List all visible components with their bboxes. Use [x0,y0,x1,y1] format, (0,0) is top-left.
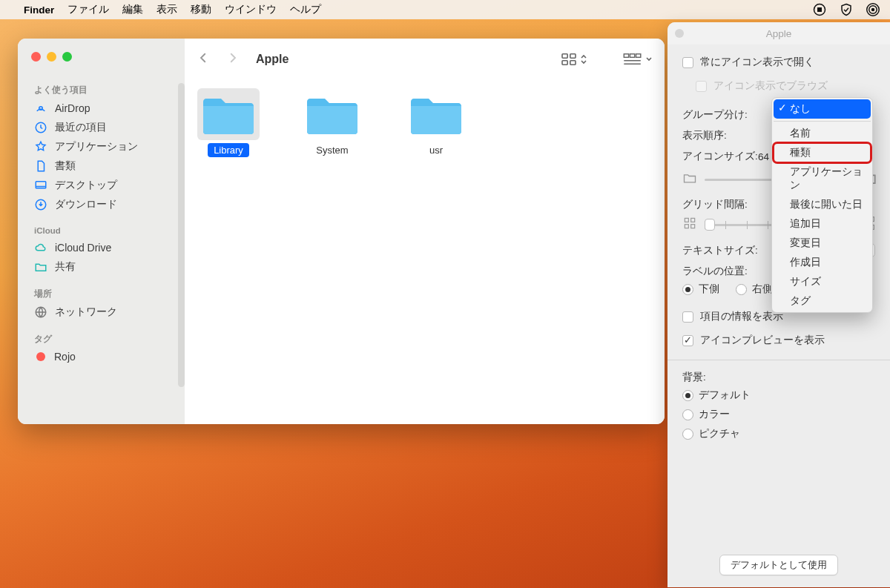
svg-rect-11 [570,53,576,57]
svg-rect-14 [624,53,628,57]
folder-icon [200,91,257,137]
radio-bg-color[interactable]: カラー [682,408,875,421]
svg-rect-15 [630,53,634,57]
sidebar-item-applications[interactable]: アプリケーション [18,137,185,156]
sidebar-section-tags: タグ [18,329,185,348]
desktop-icon [34,179,47,192]
dropdown-option[interactable]: タグ [774,291,871,311]
dropdown-option[interactable]: 追加日 [774,214,871,234]
folder-label: System [310,143,354,157]
label-browse-icon: アイコン表示でブラウズ [713,79,828,93]
broadcast-icon[interactable] [866,3,880,16]
window-minimize-button[interactable] [47,52,56,62]
panel-header: Apple [668,22,890,44]
folder-item[interactable]: Library [195,88,262,157]
window-title: Apple [256,53,289,66]
folder-item[interactable]: usr [403,88,469,157]
window-close-button[interactable] [31,52,41,62]
panel-title: Apple [766,28,792,39]
sidebar-item-icloud-drive[interactable]: iCloud Drive [18,238,185,257]
radio-bg-picture[interactable]: ピクチャ [682,427,875,440]
svg-rect-13 [570,60,576,64]
sidebar-item-tag-rojo[interactable]: Rojo [18,348,185,366]
clock-icon [34,121,47,134]
document-icon [34,159,47,173]
radio-label-right[interactable]: 右側 [736,283,773,296]
dropdown-option[interactable]: アプリケーション [774,162,871,195]
checkbox-show-preview[interactable] [682,335,693,346]
download-icon [34,198,47,211]
dropdown-option[interactable]: なし [774,99,871,119]
checkbox-always-icon[interactable] [682,57,693,68]
menu-file[interactable]: ファイル [67,3,109,16]
sidebar-item-label: iCloud Drive [55,242,111,254]
shield-check-icon[interactable] [840,3,853,16]
sidebar-item-label: 書類 [55,159,76,173]
sidebar-item-downloads[interactable]: ダウンロード [18,195,185,214]
sidebar-item-airdrop[interactable]: AirDrop [18,99,185,118]
radio-bg-default[interactable]: デフォルト [682,389,875,402]
cloud-icon [34,241,47,254]
chevron-updown-icon [580,54,587,65]
svg-rect-10 [562,53,567,57]
tag-dot-icon [36,352,45,361]
use-as-defaults-button[interactable]: デフォルトとして使用 [719,555,838,575]
menu-window[interactable]: ウインドウ [225,3,277,16]
dropdown-option[interactable]: サイズ [774,272,871,291]
svg-point-2 [871,8,875,12]
dropdown-option[interactable]: 作成日 [774,253,871,272]
menu-edit[interactable]: 編集 [122,3,143,16]
dropdown-option[interactable]: 種類 [774,143,871,162]
sidebar-section-locations: 場所 [18,284,185,303]
radio-label-below[interactable]: 下側 [682,283,719,296]
panel-close-button[interactable] [675,29,684,38]
traffic-lights [31,52,72,62]
dropdown-option[interactable]: 最後に開いた日 [774,195,871,214]
file-grid: LibrarySystemusr [185,79,665,424]
sidebar-section-icloud: iCloud [18,222,185,238]
menu-view[interactable]: 表示 [156,3,177,16]
label-always-icon: 常にアイコン表示で開く [700,56,814,69]
label-sort-by: 表示順序: [682,129,758,142]
svg-rect-12 [562,60,567,64]
svg-rect-19 [685,225,688,228]
group-button[interactable] [623,53,653,66]
sidebar-item-label: Rojo [54,351,76,363]
svg-rect-20 [691,225,695,228]
stop-icon[interactable] [813,3,826,16]
window-maximize-button[interactable] [62,52,72,62]
chevron-down-icon [645,56,653,63]
folder-label: usr [423,143,449,157]
forward-button[interactable] [226,51,240,67]
sidebar-item-network[interactable]: ネットワーク [18,303,185,322]
sidebar-item-documents[interactable]: 書類 [18,156,185,176]
dropdown-option[interactable]: 名前 [774,124,871,143]
svg-rect-16 [636,53,641,57]
back-button[interactable] [197,51,210,67]
label-group-by: グループ分け: [682,108,758,122]
divider [668,360,890,360]
sidebar-item-label: 最近の項目 [55,121,107,134]
checkbox-show-info[interactable] [682,311,693,323]
sidebar-scrollbar[interactable] [178,83,185,387]
airdrop-icon [34,102,47,115]
svg-rect-1 [817,7,822,12]
menu-help[interactable]: ヘルプ [290,3,321,16]
sidebar-item-shared[interactable]: 共有 [18,257,185,277]
folder-icon [408,91,464,137]
folder-item[interactable]: System [299,88,366,157]
view-mode-button[interactable] [561,53,587,66]
sidebar-item-recents[interactable]: 最近の項目 [18,118,185,137]
sidebar-section-favorites: よく使う項目 [18,80,185,99]
dropdown-divider [774,121,871,122]
svg-rect-7 [36,182,46,188]
dropdown-option[interactable]: 変更日 [774,234,871,253]
sidebar-item-label: 共有 [55,260,76,274]
folder-label: Library [208,143,249,157]
menubar: Finder ファイル 編集 表示 移動 ウインドウ ヘルプ [0,0,890,19]
finder-window: よく使う項目 AirDrop 最近の項目 アプリケーション 書類 デスクトップ … [18,39,665,424]
menu-go[interactable]: 移動 [191,3,211,16]
value-icon-size: 64 [758,151,769,162]
sidebar-item-desktop[interactable]: デスクトップ [18,176,185,195]
menubar-app-name[interactable]: Finder [24,4,54,16]
